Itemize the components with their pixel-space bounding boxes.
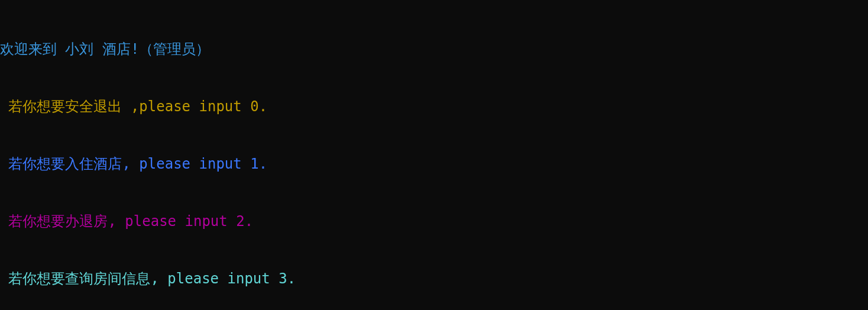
- option-2-text: 若你想要办退房, please input 2.: [8, 213, 253, 230]
- menu-option-1: 若你想要入住酒店, please input 1.: [0, 154, 868, 173]
- indent-2: [0, 156, 8, 172]
- menu-option-0: 若你想要安全退出 ,please input 0.: [0, 97, 868, 116]
- indent-3: [0, 213, 8, 230]
- indent-1: [0, 98, 8, 115]
- option-3-text: 若你想要查询房间信息, please input 3.: [8, 270, 296, 287]
- menu-option-2: 若你想要办退房, please input 2.: [0, 212, 868, 231]
- option-0-text: 若你想要安全退出 ,please input 0.: [8, 98, 267, 115]
- terminal-output[interactable]: 欢迎来到 小刘 酒店!（管理员） 若你想要安全退出 ,please input …: [0, 0, 868, 310]
- welcome-line: 欢迎来到 小刘 酒店!（管理员）: [0, 40, 868, 59]
- welcome-text: 欢迎来到 小刘 酒店!（管理员）: [0, 41, 210, 57]
- indent-4: [0, 270, 8, 287]
- option-1-text: 若你想要入住酒店, please input 1.: [8, 156, 267, 172]
- menu-option-3: 若你想要查询房间信息, please input 3.: [0, 269, 868, 288]
